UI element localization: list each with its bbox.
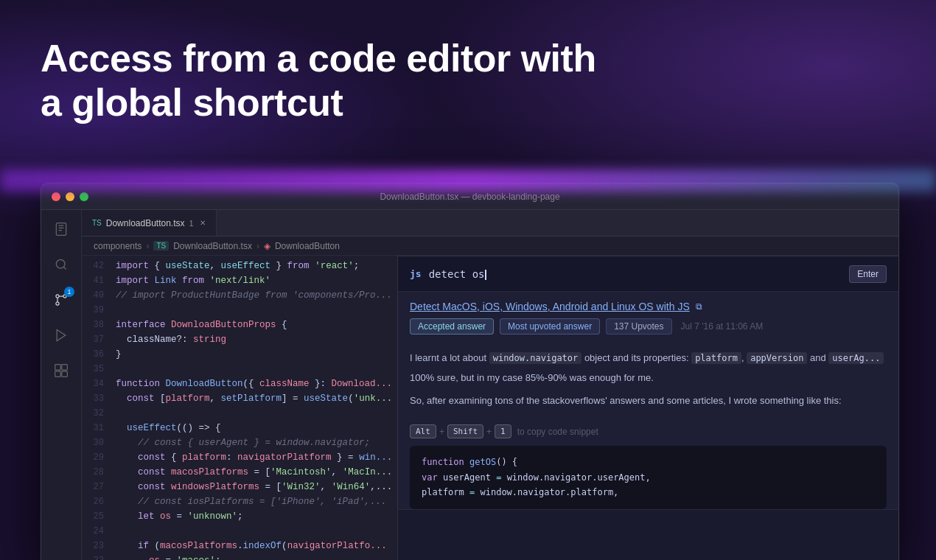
breadcrumb: components › TS DownloadButton.tsx › ◈ D… — [82, 237, 898, 256]
tags-row: Accepted answer Most upvoted answer 137 … — [398, 318, 898, 342]
shortcut-desc: to copy code snippet — [517, 427, 598, 437]
git-badge: 1 — [64, 287, 74, 297]
tab-ts-badge: TS — [92, 219, 102, 227]
activity-icon-run[interactable] — [51, 325, 71, 346]
result-link[interactable]: Detect MacOS, iOS, Windows, Android and … — [398, 292, 898, 318]
answer-body: I learnt a lot about window.navigator ob… — [398, 342, 898, 417]
enter-button[interactable]: Enter — [849, 265, 887, 283]
shortcut-keys: Alt + Shift + 1 — [410, 424, 511, 438]
inline-code-useragent: userAg... — [828, 352, 884, 364]
activity-bar: 1 — [41, 210, 82, 560]
search-panel: js detect os Enter Detect MacOS, iOS, Wi… — [397, 256, 898, 560]
activity-icon-files[interactable] — [51, 219, 71, 239]
search-bar[interactable]: js detect os Enter — [398, 256, 898, 292]
search-query[interactable]: detect os — [429, 268, 842, 280]
maximize-button[interactable] — [80, 192, 88, 201]
inline-code-navigator: window.navigator — [489, 352, 582, 364]
code-area: TS DownloadButton.tsx 1 ✕ components › T… — [82, 210, 898, 560]
code-snippet: function getOS() { var userAgent = windo… — [410, 446, 887, 508]
answer-para-2: 100% sure, but in my case 85%-90% was en… — [410, 371, 887, 386]
tag-accepted-answer[interactable]: Accepted answer — [410, 318, 494, 335]
shortcut-bar: Alt + Shift + 1 to copy code snippet — [398, 417, 898, 446]
window-controls — [52, 192, 88, 201]
breadcrumb-icon: ◈ — [264, 241, 270, 251]
svg-rect-8 — [55, 371, 61, 377]
svg-marker-5 — [57, 330, 66, 341]
snippet-line-1: function getOS() { — [422, 455, 875, 469]
svg-rect-7 — [62, 365, 68, 371]
search-prefix: js — [410, 268, 422, 279]
minimize-button[interactable] — [66, 192, 74, 201]
svg-point-1 — [56, 259, 65, 268]
inline-code-appversion: appVersion — [747, 352, 807, 364]
editor-window: DownloadButton.tsx — devbook-landing-pag… — [41, 183, 899, 560]
window-title: DownloadButton.tsx — devbook-landing-pag… — [380, 192, 559, 202]
svg-point-4 — [56, 302, 59, 305]
key-alt: Alt — [410, 424, 436, 438]
key-1: 1 — [495, 424, 511, 438]
tag-upvote-count: 137 Upvotes — [606, 318, 671, 335]
svg-rect-6 — [55, 365, 61, 371]
result-timestamp: Jul 7 '16 at 11:06 AM — [681, 321, 764, 332]
activity-icon-extensions[interactable] — [51, 360, 71, 381]
title-bar: DownloadButton.tsx — devbook-landing-pag… — [41, 183, 898, 210]
breadcrumb-components: components — [94, 241, 142, 251]
svg-point-2 — [56, 295, 59, 298]
tab-close-icon[interactable]: ✕ — [200, 219, 206, 227]
external-link-icon: ⧉ — [696, 301, 702, 312]
inline-code-platform: platform — [691, 352, 741, 364]
tag-most-upvoted[interactable]: Most upvoted answer — [500, 318, 600, 335]
tab-item-download-button[interactable]: TS DownloadButton.tsx 1 ✕ — [82, 210, 217, 236]
svg-rect-0 — [56, 223, 66, 236]
answer-para-1: I learnt a lot about window.navigator ob… — [410, 351, 887, 366]
breadcrumb-class: DownloadButton — [275, 241, 340, 251]
activity-icon-git[interactable]: 1 — [51, 290, 71, 310]
tab-bar: TS DownloadButton.tsx 1 ✕ — [82, 210, 898, 237]
close-button[interactable] — [52, 192, 60, 201]
key-shift: Shift — [447, 424, 483, 438]
main-title: Access from a code editor with a global … — [41, 37, 596, 125]
svg-rect-9 — [62, 371, 68, 377]
editor-body: 1 TS DownloadB — [41, 210, 898, 560]
answer-para-3: So, after examining tons of the stackove… — [410, 393, 887, 409]
result-card: Detect MacOS, iOS, Windows, Android and … — [398, 292, 898, 510]
activity-icon-search[interactable] — [51, 254, 71, 275]
breadcrumb-ts-label: TS — [153, 241, 169, 251]
result-title[interactable]: Detect MacOS, iOS, Windows, Android and … — [410, 301, 690, 312]
title-section: Access from a code editor with a global … — [41, 37, 596, 125]
breadcrumb-filename: DownloadButton.tsx — [173, 241, 252, 251]
tab-number: 1 — [189, 219, 194, 228]
snippet-line-2: var userAgent = window.navigator.userAge… — [422, 470, 875, 485]
snippet-line-3: platform = window.navigator.platform, — [422, 485, 875, 500]
tab-filename: DownloadButton.tsx — [106, 218, 185, 228]
